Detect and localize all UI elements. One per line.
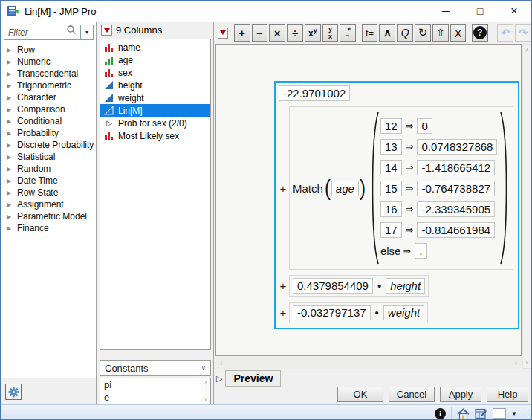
home-icon[interactable] [457, 408, 470, 419]
product-group[interactable]: -0.032797137 • weight [289, 302, 428, 323]
close-button[interactable]: × [497, 1, 531, 22]
coefficient-box[interactable]: -0.032797137 [293, 305, 371, 320]
category-row[interactable]: ▶Transcendental [1, 68, 96, 80]
category-row[interactable]: ▶Trigonometric [1, 80, 96, 91]
plus-operator[interactable]: + [279, 280, 288, 292]
case-key-box[interactable]: 12 [380, 118, 402, 134]
formula-vertical-scrollbar[interactable]: ∧ ∨ [522, 44, 532, 369]
variable-box[interactable]: height [386, 278, 425, 294]
category-row[interactable]: ▶Numeric [1, 56, 96, 68]
category-row[interactable]: ▶Random [1, 163, 96, 175]
scroll-left-icon[interactable]: ‹ [220, 359, 222, 367]
column-row-name[interactable]: name [100, 41, 210, 54]
delete-expression-button[interactable]: X [450, 24, 467, 42]
formula-horizontal-scrollbar[interactable]: ‹ › [215, 357, 522, 369]
settings-button[interactable] [5, 384, 22, 400]
case-value-box[interactable]: 0.0748327868 [417, 139, 497, 155]
preview-toggle[interactable]: Preview [225, 370, 281, 387]
variable-box[interactable]: weight [383, 305, 424, 320]
scroll-up-icon[interactable]: ∧ [525, 47, 530, 54]
plus-operator[interactable]: + [279, 182, 288, 195]
constants-dropdown[interactable]: Constants ∨ [100, 360, 211, 376]
case-value-box[interactable]: 0 [417, 118, 432, 134]
match-function-name[interactable]: Match [293, 182, 323, 195]
resize-grip[interactable]: ⋰ [522, 408, 530, 419]
category-row[interactable]: ▶Row [1, 44, 96, 56]
category-row[interactable]: ▶Discrete Probability [1, 139, 96, 151]
category-row[interactable]: ▶Conditional [1, 115, 96, 127]
filter-dropdown-button[interactable]: ▼ [81, 25, 94, 40]
intercept-value-box[interactable]: -22.9701002 [279, 85, 350, 101]
category-row[interactable]: ▶Probability [1, 127, 96, 139]
case-value-box[interactable]: -2.339345905 [417, 201, 495, 217]
category-row[interactable]: ▶Row State [1, 187, 96, 198]
info-icon[interactable]: i [435, 408, 446, 419]
product-group[interactable]: 0.4379854409 • height [289, 275, 429, 297]
titlebar[interactable]: Lin[M] - JMP Pro ─ □ × [1, 1, 531, 22]
minimize-button[interactable]: ─ [429, 1, 463, 22]
column-row-height[interactable]: height [100, 79, 210, 91]
apply-button[interactable]: Apply [440, 387, 481, 402]
category-row[interactable]: ▶Character [1, 91, 96, 103]
constants-scrollbar[interactable]: ∧ ∨ [201, 378, 210, 404]
help-button[interactable]: Help [487, 387, 528, 402]
case-key-box[interactable]: 13 [380, 139, 402, 155]
constant-item-e[interactable]: e [100, 391, 210, 404]
column-row-most-likely-sex[interactable]: Most Likely sex [100, 129, 210, 142]
plus-operator[interactable]: + [279, 306, 288, 319]
case-key-box[interactable]: 14 [380, 160, 402, 175]
formula-menu-button[interactable] [218, 28, 228, 39]
multiply-button[interactable]: × [269, 24, 285, 42]
match-expression-group[interactable]: Match ( age ) 12 ⇒ 0 [289, 106, 513, 270]
case-key-box[interactable]: 15 [380, 181, 402, 196]
category-row[interactable]: ▶Comparison [1, 103, 96, 115]
maximize-button[interactable]: □ [463, 1, 497, 22]
plus-button[interactable]: + [234, 24, 250, 42]
scroll-up-icon[interactable]: ∧ [204, 380, 207, 386]
scroll-right-icon[interactable]: › [515, 359, 517, 367]
column-row-prob-for-sex[interactable]: ▷ Prob for sex (2/0) [100, 117, 210, 129]
status-checkbox[interactable] [493, 408, 506, 419]
divide-button[interactable]: ÷ [287, 24, 303, 42]
column-row-sex[interactable]: sex [100, 66, 210, 79]
category-row[interactable]: ▶Assignment [1, 198, 96, 210]
case-value-box[interactable]: -0.814661984 [417, 222, 495, 238]
category-row[interactable]: ▶Date Time [1, 175, 96, 187]
minus-button[interactable]: − [252, 24, 268, 42]
sign-toggle-button[interactable]: +− [340, 24, 356, 42]
case-key-box[interactable]: 16 [380, 201, 402, 217]
peel-expression-button[interactable]: ∧ [379, 24, 395, 42]
case-value-box[interactable]: -0.764738827 [417, 181, 495, 196]
column-row-linm-selected[interactable]: Lin[M] [100, 104, 210, 117]
data-table-window-icon[interactable] [475, 408, 487, 419]
root-button[interactable]: yx [322, 24, 339, 42]
scroll-down-icon[interactable]: ∨ [204, 396, 207, 402]
boxing-button[interactable]: Q [397, 24, 413, 42]
case-value-box[interactable]: -1.418665412 [417, 160, 495, 175]
redo-button[interactable]: ↷ [515, 24, 531, 42]
caret-down-icon[interactable]: ▼ [511, 410, 517, 417]
column-row-age[interactable]: age [100, 54, 210, 66]
category-row[interactable]: ▶Statistical [1, 151, 96, 163]
columns-menu-button[interactable] [101, 25, 112, 36]
help-tool-button[interactable]: ? [472, 24, 488, 42]
formula-canvas[interactable]: -22.9701002 + Match ( age ) [215, 44, 522, 356]
pop-expression-button[interactable]: ⇧ [432, 24, 449, 42]
constant-item-pi[interactable]: pi [100, 378, 210, 391]
cancel-button[interactable]: Cancel [389, 387, 435, 402]
power-button[interactable]: xy [305, 24, 321, 42]
else-value-box[interactable]: . [415, 243, 426, 259]
case-key-box[interactable]: 17 [380, 222, 402, 238]
column-row-weight[interactable]: weight [100, 91, 210, 104]
category-row[interactable]: ▶Finance [1, 222, 96, 234]
match-arg-box[interactable]: age [331, 181, 359, 196]
undo-button[interactable]: ↶ [497, 24, 513, 42]
scroll-down-icon[interactable]: ∨ [525, 359, 530, 366]
preview-disclosure-icon[interactable]: ▷ [216, 374, 222, 384]
ok-button[interactable]: OK [337, 387, 383, 402]
coefficient-box[interactable]: 0.4379854409 [293, 278, 373, 294]
category-row[interactable]: ▶Parametric Model [1, 210, 96, 222]
formula-selection-box[interactable]: -22.9701002 + Match ( age ) [274, 81, 519, 329]
local-variable-button[interactable]: t= [362, 24, 378, 42]
rotate-operands-button[interactable]: ↻ [415, 24, 431, 42]
